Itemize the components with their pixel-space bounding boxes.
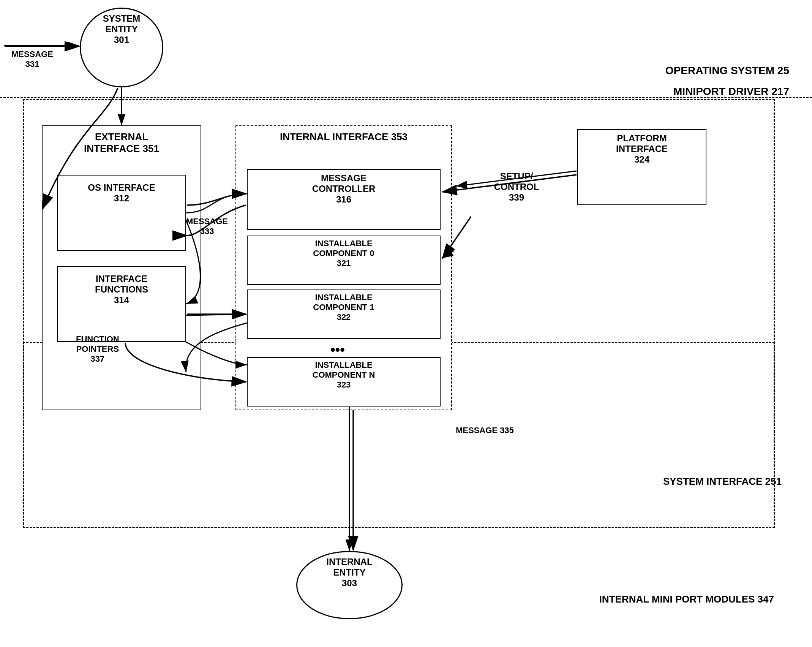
internal-mini-port-label: INTERNAL MINI PORT MODULES 347 (599, 593, 774, 605)
miniport-driver-label: MINIPORT DRIVER 217 (673, 85, 789, 98)
operating-system-label: OPERATING SYSTEM 25 (665, 65, 789, 77)
platform-interface-label: PLATFORMINTERFACE324 (581, 133, 703, 165)
system-interface-label: SYSTEM INTERFACE 251 (663, 476, 782, 487)
setup-control-label: SETUP/CONTROL339 (479, 171, 554, 203)
message-331-label: MESSAGE331 (11, 49, 53, 69)
ellipsis-dots: ••• (330, 342, 345, 358)
message-333-label: MESSAGE333 (186, 217, 228, 236)
os-interface-label: OS INTERFACE312 (61, 182, 182, 204)
installable-component-1-label: INSTALLABLECOMPONENT 1322 (251, 293, 437, 322)
interface-functions-label: INTERFACEFUNCTIONS314 (61, 274, 182, 305)
external-interface-title: EXTERNALINTERFACE 351 (49, 131, 194, 155)
message-335-label: MESSAGE 335 (456, 426, 514, 435)
system-entity-label: SYSTEMENTITY301 (84, 13, 160, 45)
installable-component-n-label: INSTALLABLECOMPONENT N323 (251, 360, 437, 390)
message-controller-label: MESSAGECONTROLLER316 (251, 173, 437, 205)
internal-entity-label: INTERNALENTITY303 (300, 557, 399, 588)
internal-interface-title: INTERNAL INTERFACE 353 (243, 131, 444, 143)
installable-component-0-label: INSTALLABLECOMPONENT 0321 (251, 239, 437, 268)
function-pointers-label: FUNCTIONPOINTERS337 (76, 334, 119, 364)
diagram: OPERATING SYSTEM 25 MINIPORT DRIVER 217 … (0, 0, 812, 647)
